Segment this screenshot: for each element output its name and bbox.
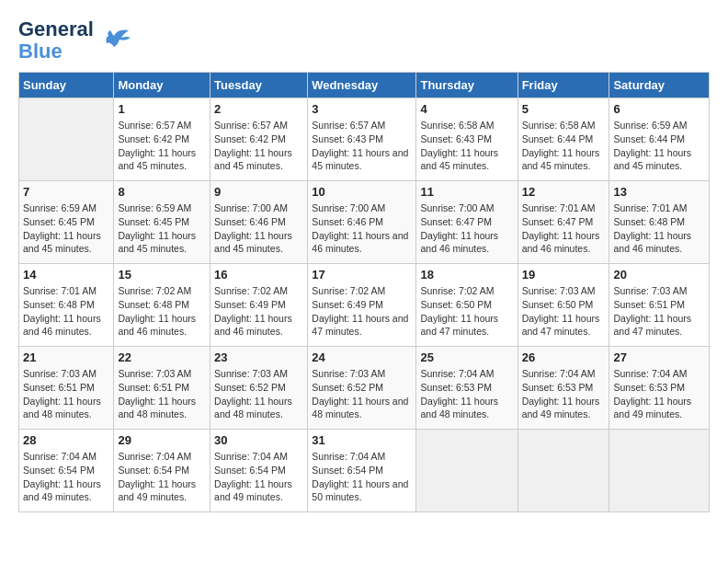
weekday-header-sunday: Sunday — [19, 73, 114, 98]
calendar-cell: 2Sunrise: 6:57 AM Sunset: 6:42 PM Daylig… — [210, 98, 308, 181]
calendar-cell — [518, 430, 609, 512]
page-header: GeneralBlue — [18, 18, 710, 63]
calendar-cell: 29Sunrise: 7:04 AM Sunset: 6:54 PM Dayli… — [114, 430, 210, 512]
day-info: Sunrise: 6:57 AM Sunset: 6:42 PM Dayligh… — [214, 119, 303, 173]
calendar-cell: 13Sunrise: 7:01 AM Sunset: 6:48 PM Dayli… — [609, 181, 710, 264]
calendar-cell: 21Sunrise: 7:03 AM Sunset: 6:51 PM Dayli… — [19, 347, 114, 430]
day-number: 24 — [312, 350, 412, 364]
weekday-header-monday: Monday — [114, 73, 210, 98]
weekday-header-tuesday: Tuesday — [210, 73, 308, 98]
day-number: 7 — [23, 185, 109, 199]
day-number: 30 — [214, 433, 303, 447]
day-info: Sunrise: 6:57 AM Sunset: 6:42 PM Dayligh… — [118, 119, 206, 173]
calendar-cell: 6Sunrise: 6:59 AM Sunset: 6:44 PM Daylig… — [609, 98, 710, 181]
calendar-table: SundayMondayTuesdayWednesdayThursdayFrid… — [18, 72, 710, 512]
day-number: 3 — [312, 102, 412, 116]
calendar-cell: 31Sunrise: 7:04 AM Sunset: 6:54 PM Dayli… — [308, 430, 416, 512]
weekday-header-thursday: Thursday — [416, 73, 518, 98]
logo: GeneralBlue — [18, 18, 132, 63]
day-number: 21 — [23, 350, 109, 364]
day-info: Sunrise: 7:04 AM Sunset: 6:54 PM Dayligh… — [23, 450, 109, 504]
day-number: 17 — [312, 268, 412, 282]
calendar-cell: 4Sunrise: 6:58 AM Sunset: 6:43 PM Daylig… — [416, 98, 518, 181]
day-number: 18 — [420, 268, 513, 282]
calendar-cell — [609, 430, 710, 512]
day-info: Sunrise: 7:00 AM Sunset: 6:46 PM Dayligh… — [312, 201, 412, 256]
day-number: 25 — [420, 350, 513, 364]
weekday-header-wednesday: Wednesday — [308, 73, 416, 98]
logo-bird-icon — [97, 27, 132, 54]
day-number: 4 — [420, 102, 513, 116]
calendar-cell: 17Sunrise: 7:02 AM Sunset: 6:49 PM Dayli… — [308, 264, 416, 347]
day-info: Sunrise: 7:01 AM Sunset: 6:47 PM Dayligh… — [522, 201, 606, 256]
day-info: Sunrise: 7:04 AM Sunset: 6:53 PM Dayligh… — [522, 367, 606, 421]
day-number: 10 — [312, 185, 412, 199]
day-number: 12 — [522, 185, 606, 199]
day-number: 19 — [522, 268, 606, 282]
day-info: Sunrise: 6:58 AM Sunset: 6:43 PM Dayligh… — [420, 119, 513, 173]
calendar-cell: 20Sunrise: 7:03 AM Sunset: 6:51 PM Dayli… — [609, 264, 710, 347]
calendar-cell: 16Sunrise: 7:02 AM Sunset: 6:49 PM Dayli… — [210, 264, 308, 347]
day-number: 31 — [312, 433, 412, 447]
day-number: 23 — [214, 350, 303, 364]
day-number: 9 — [214, 185, 303, 199]
day-info: Sunrise: 7:02 AM Sunset: 6:49 PM Dayligh… — [214, 284, 303, 339]
day-info: Sunrise: 7:03 AM Sunset: 6:51 PM Dayligh… — [613, 284, 705, 339]
day-number: 20 — [613, 268, 705, 282]
day-info: Sunrise: 7:03 AM Sunset: 6:50 PM Dayligh… — [522, 284, 606, 339]
calendar-cell: 27Sunrise: 7:04 AM Sunset: 6:53 PM Dayli… — [609, 347, 710, 430]
calendar-cell: 7Sunrise: 6:59 AM Sunset: 6:45 PM Daylig… — [19, 181, 114, 264]
calendar-cell: 9Sunrise: 7:00 AM Sunset: 6:46 PM Daylig… — [210, 181, 308, 264]
day-number: 27 — [613, 350, 705, 364]
day-number: 1 — [118, 102, 206, 116]
day-info: Sunrise: 7:01 AM Sunset: 6:48 PM Dayligh… — [613, 201, 705, 256]
weekday-header-friday: Friday — [518, 73, 609, 98]
day-number: 22 — [118, 350, 206, 364]
day-number: 28 — [23, 433, 109, 447]
day-info: Sunrise: 7:03 AM Sunset: 6:52 PM Dayligh… — [312, 367, 412, 421]
day-info: Sunrise: 6:58 AM Sunset: 6:44 PM Dayligh… — [522, 119, 606, 173]
weekday-header-saturday: Saturday — [609, 73, 710, 98]
day-number: 11 — [420, 185, 513, 199]
day-info: Sunrise: 7:04 AM Sunset: 6:53 PM Dayligh… — [613, 367, 705, 421]
day-info: Sunrise: 6:59 AM Sunset: 6:45 PM Dayligh… — [23, 201, 109, 256]
logo-text: GeneralBlue — [18, 18, 94, 63]
day-info: Sunrise: 7:03 AM Sunset: 6:51 PM Dayligh… — [23, 367, 109, 421]
calendar-cell: 30Sunrise: 7:04 AM Sunset: 6:54 PM Dayli… — [210, 430, 308, 512]
calendar-cell: 19Sunrise: 7:03 AM Sunset: 6:50 PM Dayli… — [518, 264, 609, 347]
calendar-cell: 8Sunrise: 6:59 AM Sunset: 6:45 PM Daylig… — [114, 181, 210, 264]
day-info: Sunrise: 7:01 AM Sunset: 6:48 PM Dayligh… — [23, 284, 109, 339]
day-number: 29 — [118, 433, 206, 447]
day-info: Sunrise: 7:00 AM Sunset: 6:47 PM Dayligh… — [420, 201, 513, 256]
calendar-cell: 11Sunrise: 7:00 AM Sunset: 6:47 PM Dayli… — [416, 181, 518, 264]
day-info: Sunrise: 7:04 AM Sunset: 6:54 PM Dayligh… — [312, 450, 412, 504]
day-number: 6 — [613, 102, 705, 116]
calendar-cell: 10Sunrise: 7:00 AM Sunset: 6:46 PM Dayli… — [308, 181, 416, 264]
day-info: Sunrise: 6:59 AM Sunset: 6:44 PM Dayligh… — [613, 119, 705, 173]
calendar-cell: 1Sunrise: 6:57 AM Sunset: 6:42 PM Daylig… — [114, 98, 210, 181]
day-number: 14 — [23, 268, 109, 282]
calendar-cell: 23Sunrise: 7:03 AM Sunset: 6:52 PM Dayli… — [210, 347, 308, 430]
day-number: 5 — [522, 102, 606, 116]
day-number: 15 — [118, 268, 206, 282]
day-info: Sunrise: 7:02 AM Sunset: 6:48 PM Dayligh… — [118, 284, 206, 339]
day-number: 16 — [214, 268, 303, 282]
day-info: Sunrise: 7:04 AM Sunset: 6:54 PM Dayligh… — [118, 450, 206, 504]
day-info: Sunrise: 7:02 AM Sunset: 6:50 PM Dayligh… — [420, 284, 513, 339]
day-number: 13 — [613, 185, 705, 199]
calendar-cell: 28Sunrise: 7:04 AM Sunset: 6:54 PM Dayli… — [19, 430, 114, 512]
calendar-cell: 22Sunrise: 7:03 AM Sunset: 6:51 PM Dayli… — [114, 347, 210, 430]
day-number: 26 — [522, 350, 606, 364]
day-info: Sunrise: 7:03 AM Sunset: 6:52 PM Dayligh… — [214, 367, 303, 421]
calendar-cell: 5Sunrise: 6:58 AM Sunset: 6:44 PM Daylig… — [518, 98, 609, 181]
calendar-cell — [19, 98, 114, 181]
calendar-cell: 12Sunrise: 7:01 AM Sunset: 6:47 PM Dayli… — [518, 181, 609, 264]
day-number: 8 — [118, 185, 206, 199]
day-info: Sunrise: 7:00 AM Sunset: 6:46 PM Dayligh… — [214, 201, 303, 256]
day-info: Sunrise: 7:04 AM Sunset: 6:53 PM Dayligh… — [420, 367, 513, 421]
day-info: Sunrise: 7:02 AM Sunset: 6:49 PM Dayligh… — [312, 284, 412, 339]
calendar-cell: 3Sunrise: 6:57 AM Sunset: 6:43 PM Daylig… — [308, 98, 416, 181]
calendar-cell: 26Sunrise: 7:04 AM Sunset: 6:53 PM Dayli… — [518, 347, 609, 430]
calendar-cell: 25Sunrise: 7:04 AM Sunset: 6:53 PM Dayli… — [416, 347, 518, 430]
calendar-cell: 15Sunrise: 7:02 AM Sunset: 6:48 PM Dayli… — [114, 264, 210, 347]
